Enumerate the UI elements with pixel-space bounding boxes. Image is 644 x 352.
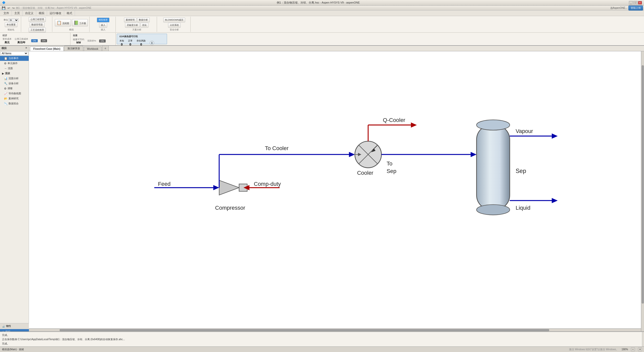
to-cooler-label: To Cooler: [265, 145, 289, 151]
liquid-label: Liquid: [516, 205, 531, 211]
nav-item-adjust[interactable]: ⚙ 调整: [0, 86, 29, 91]
curves-icon: 📈: [4, 92, 8, 95]
message-panel: 完成。 正在保存数例 C:\Users\pc\AppData\Local\Tem…: [0, 331, 644, 346]
unit-select[interactable]: SI: [9, 18, 19, 22]
left-tab-properties[interactable]: 🔬 物性: [0, 323, 29, 329]
unit-label: 单位: [4, 18, 8, 22]
edr-info-btn[interactable]: ℹ: [150, 41, 154, 45]
horizontal-scrollbar[interactable]: [29, 328, 641, 331]
model-rec-btn[interactable]: 模型推荐: [97, 18, 109, 22]
nav-label-stream-analysis: 流股分析: [9, 77, 19, 80]
install-icon: ▶: [2, 72, 4, 75]
properties-tab-label: 物性: [6, 324, 11, 328]
sep-label: Sep: [516, 168, 526, 174]
sensitivity-btn[interactable]: 灵敏度分析: [125, 23, 140, 28]
nav-item-case-study[interactable]: 📂 案例研究: [0, 96, 29, 101]
ribbon-content: 单位 SI 单击重置 初始化 公用工程管理 数据管理器 工艺流程推荐 物性方法数…: [0, 16, 644, 33]
zoom-minus-btn[interactable]: −: [631, 347, 635, 351]
tab-file[interactable]: 文件: [1, 11, 12, 16]
nav-item-unit-ops[interactable]: ⚙ 单元操作: [0, 61, 29, 66]
savings-unit: MW: [76, 41, 81, 44]
redo-qat-button[interactable]: ↪: [11, 6, 15, 10]
group-title-insert: 插入: [101, 28, 105, 31]
panel-filter-select[interactable]: All Items: [1, 52, 28, 55]
tab-home[interactable]: 主页: [12, 11, 23, 16]
group-title-init: 初始化: [8, 28, 14, 31]
energy-toggle[interactable]: ON: [99, 39, 106, 42]
optimize-btn[interactable]: 优化: [140, 23, 148, 28]
message-area: 完成。 正在保存数例 C:\Users\pc\AppData\Local\Tem…: [0, 332, 642, 346]
ribbon-group-init: 单位 SI 单击重置 初始化: [1, 17, 21, 32]
case-study-btn[interactable]: 案例研究: [124, 18, 137, 22]
msg-line2: 正在保存数例 C:\Users\pc\AppData\Local\Temp\例1…: [2, 337, 640, 341]
ribbon-tab-bar: 文件 主页 自定义 模拟 运行/修改 格式: [0, 11, 644, 16]
nav-item-streams[interactable]: → 流股: [0, 66, 29, 71]
save-qat-button[interactable]: 💾: [1, 6, 6, 10]
equipment-icon: 🔧: [4, 82, 8, 85]
cooler-label: Cooler: [357, 170, 373, 176]
message-text: 完成。 正在保存数例 C:\Users\pc\AppData\Local\Tem…: [2, 333, 640, 346]
close-button[interactable]: ✕: [638, 1, 642, 5]
current-case-icon: 📋: [4, 57, 8, 60]
statusbar-text: 模拟器(Main) · 就绪: [2, 348, 24, 351]
tab-add-button[interactable]: +: [102, 45, 109, 51]
panel-close-icon[interactable]: ✕: [25, 47, 27, 50]
nav-item-current-case[interactable]: 📋 当前事件: [0, 56, 29, 61]
maximize-button[interactable]: □: [633, 1, 637, 5]
flowsheet-svg: Feed Compressor Comp-duty To Cooler Cool…: [29, 51, 641, 331]
nav-label-current: 当前事件: [9, 57, 19, 60]
hscroll-thumb[interactable]: [60, 329, 549, 331]
nav-item-curves[interactable]: 📈 等待曲线图: [0, 91, 29, 96]
nav-label-unit-ops: 单元操作: [8, 62, 18, 65]
tab-format[interactable]: 格式: [64, 11, 75, 16]
liquid-arrow: [552, 198, 557, 203]
nav-item-data-fit[interactable]: 📉 数据拟合: [0, 101, 29, 106]
nav-item-stream-analysis[interactable]: 📊 流股分析: [0, 76, 29, 81]
nav-label-curves: 等待曲线图: [9, 92, 21, 95]
undo-qat-button[interactable]: ↩: [7, 6, 11, 10]
nav-label-data-fit: 数据拟合: [9, 102, 19, 105]
message-panel-resize[interactable]: [642, 332, 644, 346]
group-title-analysis: 方案分析: [132, 28, 141, 31]
add-btn[interactable]: 插入: [99, 23, 107, 28]
blowdown-btn[interactable]: BLOWDOWN减压: [163, 18, 185, 22]
ribbon-group-components: 公用工程管理 数据管理器 工艺流程推荐 物性方法数 组件: [22, 17, 52, 32]
statusbar-right: 激活 Windows 转到"设置"以激活 Windows。 190% − +: [569, 347, 642, 351]
economics-toggle2[interactable]: ON: [41, 39, 47, 42]
unit-ops-icon: ⚙: [4, 62, 7, 65]
vertical-scrollbar[interactable]: [641, 51, 644, 331]
tab-flowsheet-main[interactable]: Flowsheet Case (Main): [30, 47, 64, 51]
economics-toggle1[interactable]: ON: [31, 39, 38, 42]
tab-custom[interactable]: 自定义: [23, 11, 36, 16]
savings-label: 能量可节约: [73, 38, 84, 41]
nav-item-install[interactable]: ▶ 流设: [0, 71, 29, 76]
flare-btn[interactable]: 火炬系统: [168, 23, 181, 28]
flowsheet-canvas-area[interactable]: Feed Compressor Comp-duty To Cooler Cool…: [29, 51, 641, 331]
cost-value: 美元: [5, 41, 10, 44]
zoom-plus-btn[interactable]: +: [638, 347, 642, 351]
corner-area: 连AspenONE... 登陆上传: [610, 6, 643, 11]
init-btn[interactable]: 单击重置: [5, 22, 17, 27]
process-flow-btn[interactable]: 工艺流程推荐: [29, 28, 46, 32]
eng-value: 美元/年: [17, 41, 26, 44]
nav-label-adjust: 调整: [8, 87, 13, 90]
nav-item-equipment[interactable]: 🔧 设备分析: [0, 81, 29, 86]
tab-workbook[interactable]: Workbook: [84, 47, 102, 51]
eng-mgmt-btn[interactable]: 公用工程管理: [29, 17, 46, 22]
tab-run-modify[interactable]: 运行/修改: [47, 11, 64, 16]
compressor-body[interactable]: [219, 180, 239, 195]
to-cooler-arrow: [349, 152, 355, 157]
upload-button[interactable]: 登陆上传: [628, 6, 643, 11]
minimize-button[interactable]: _: [629, 1, 633, 5]
flowsheet-btn[interactable]: 📋 流程图: [55, 19, 71, 26]
data-analysis-btn[interactable]: 数据分析: [137, 18, 150, 22]
tab-solver[interactable]: 激活解算器: [64, 46, 83, 51]
data-fit-icon: 📉: [4, 102, 8, 105]
tab-simulate[interactable]: 模拟: [36, 11, 47, 16]
actual-label: 实际的%: [87, 39, 96, 42]
adjust-icon: ⚙: [4, 87, 7, 90]
separator-body[interactable]: [476, 125, 510, 210]
workbook-btn[interactable]: 📗 工作量: [72, 19, 88, 26]
vscroll-thumb[interactable]: [642, 65, 644, 303]
data-mgmt-btn[interactable]: 数据管理器: [30, 22, 45, 27]
